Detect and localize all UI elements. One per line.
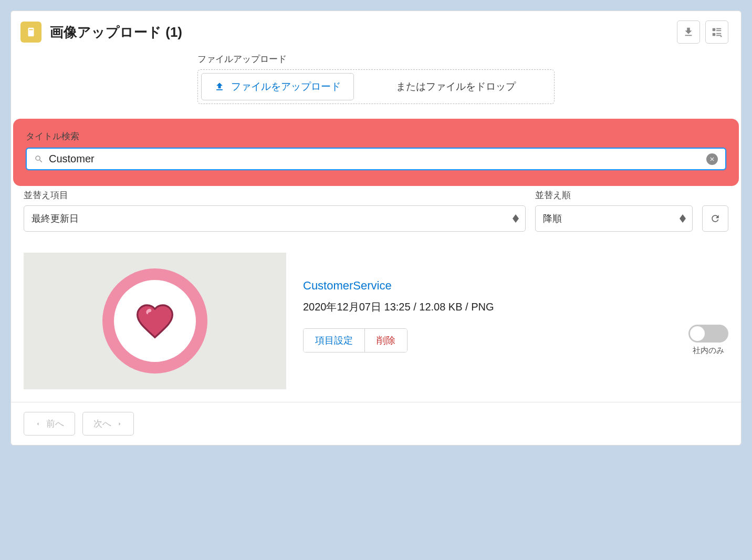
file-dropzone[interactable]: ファイルをアップロード またはファイルをドロップ — [197, 69, 555, 104]
sort-field-label: 並替え項目 — [24, 189, 526, 201]
svg-rect-3 — [716, 28, 721, 29]
search-highlight: タイトル検索 — [13, 119, 739, 186]
download-button[interactable] — [677, 20, 700, 44]
svg-rect-1 — [29, 29, 33, 30]
upload-file-button[interactable]: ファイルをアップロード — [201, 73, 354, 100]
delete-button[interactable]: 削除 — [364, 329, 407, 352]
next-page-button[interactable]: 次へ — [82, 412, 134, 435]
clear-search-button[interactable] — [706, 153, 718, 165]
sort-order-value: 降順 — [543, 213, 562, 224]
list-view-icon — [711, 26, 723, 38]
visibility-toggle-col: 社内のみ — [688, 325, 728, 356]
header-left: 画像アップロード (1) — [20, 22, 182, 43]
chevron-right-icon — [117, 421, 123, 427]
refresh-icon — [710, 213, 720, 224]
sort-order-col: 並替え順 降順 — [535, 189, 693, 232]
result-button-group: 項目設定 削除 — [303, 328, 408, 352]
results-list: CustomerService 2020年12月07日 13:25 / 12.0… — [11, 232, 741, 402]
search-icon — [34, 154, 44, 164]
pagination: 前へ 次へ — [11, 402, 741, 445]
page-title: 画像アップロード (1) — [50, 23, 182, 42]
result-thumbnail — [24, 253, 286, 389]
upload-section-label: ファイルアップロード — [197, 53, 555, 65]
sort-field-select[interactable]: 最終更新日 — [24, 205, 526, 232]
view-options-button[interactable] — [705, 20, 728, 44]
chevron-left-icon — [35, 421, 41, 427]
toggle-label: 社内のみ — [693, 346, 724, 356]
heart-badge-icon — [102, 268, 207, 374]
svg-rect-6 — [716, 33, 721, 34]
svg-rect-0 — [28, 28, 34, 37]
sort-field-col: 並替え項目 最終更新日 — [24, 189, 526, 232]
result-meta: CustomerService 2020年12月07日 13:25 / 12.0… — [303, 253, 728, 356]
prev-label: 前へ — [46, 418, 64, 430]
result-actions: 項目設定 削除 社内のみ — [303, 325, 728, 356]
result-subtitle: 2020年12月07日 13:25 / 12.08 KB / PNG — [303, 300, 728, 314]
header-actions — [677, 20, 728, 44]
title-search-input[interactable] — [49, 153, 706, 165]
result-item: CustomerService 2020年12月07日 13:25 / 12.0… — [24, 253, 728, 389]
svg-rect-5 — [713, 33, 716, 36]
refresh-button[interactable] — [702, 205, 728, 232]
sort-row: 並替え項目 最終更新日 並替え順 降順 — [11, 186, 741, 232]
select-arrows-icon — [513, 214, 519, 223]
drop-hint: またはファイルをドロップ — [357, 80, 554, 94]
toggle-knob — [690, 326, 705, 341]
sort-order-select[interactable]: 降順 — [535, 205, 693, 232]
sort-order-label: 並替え順 — [535, 189, 693, 201]
upload-section: ファイルアップロード ファイルをアップロード またはファイルをドロップ — [11, 53, 741, 119]
next-label: 次へ — [93, 418, 111, 430]
search-label: タイトル検索 — [26, 130, 726, 142]
item-settings-button[interactable]: 項目設定 — [304, 329, 364, 352]
upload-card: 画像アップロード (1) ファイルアップロード ファイルをアップロード またはフ… — [11, 11, 741, 445]
sort-field-value: 最終更新日 — [32, 213, 79, 224]
card-header: 画像アップロード (1) — [11, 11, 741, 53]
prev-page-button[interactable]: 前へ — [24, 412, 75, 435]
svg-rect-7 — [716, 35, 721, 36]
upload-button-label: ファイルをアップロード — [231, 80, 341, 94]
close-icon — [709, 156, 715, 162]
svg-rect-2 — [713, 28, 716, 32]
svg-rect-4 — [716, 30, 721, 31]
internal-only-toggle[interactable] — [688, 325, 728, 343]
search-field-wrap — [26, 148, 726, 170]
select-arrows-icon — [680, 214, 686, 223]
upload-icon — [214, 81, 225, 92]
archive-icon — [20, 22, 41, 43]
result-title-link[interactable]: CustomerService — [303, 279, 728, 293]
download-icon — [683, 26, 694, 38]
